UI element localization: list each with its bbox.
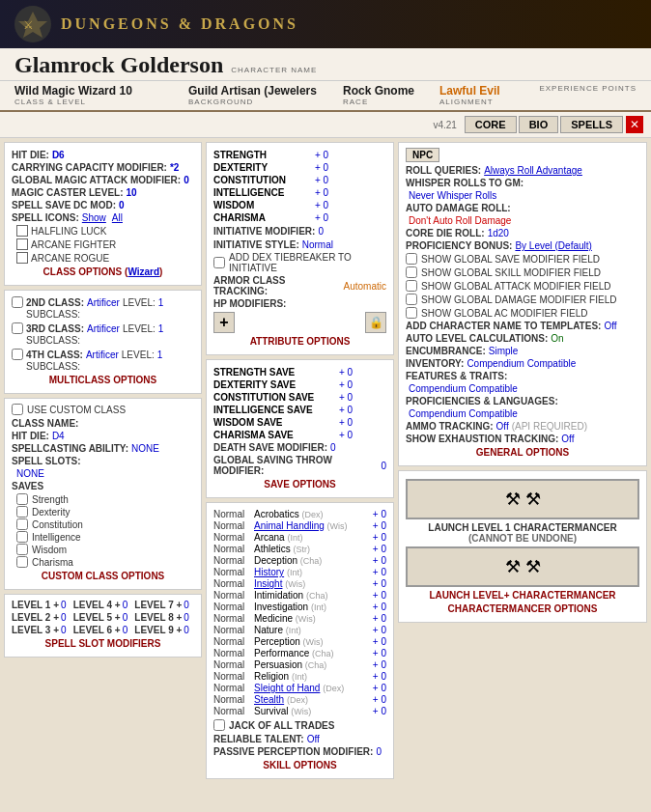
auto-damage-roll-label: AUTO DAMAGE ROLL: (406, 203, 639, 213)
skill-name-11: Perception (Wis) (254, 636, 373, 647)
skills-panel: NormalAcrobatics (Dex)+ 0NormalAnimal Ha… (206, 502, 394, 779)
level7-slot: LEVEL 7 + 0 (134, 600, 194, 610)
second-class-value: Artificer (87, 297, 120, 308)
auto-level-value: On (551, 333, 563, 344)
ammo-tracking-row: AMMO TRACKING: Off (API REQUIRED) (406, 421, 639, 432)
custom-hit-die-label: HIT DIE: (12, 431, 49, 441)
fourth-class-value: Artificer (86, 350, 119, 360)
skill-name-16: Stealth (Dex) (254, 694, 373, 705)
level3-slot: LEVEL 3 + 0 (12, 625, 71, 635)
level9-value: 0 (184, 625, 189, 635)
race-label: RACE (343, 98, 430, 106)
launch-levelplus-button[interactable]: ⚒ ⚒ (406, 546, 639, 587)
proficiency-bonus-value[interactable]: By Level (Default) (515, 240, 591, 251)
xp-label: EXPERIENCE POINTS (539, 84, 637, 93)
second-class-subclass: SUBCLASS: (26, 309, 194, 320)
arcane-fighter-checkbox[interactable] (16, 238, 28, 250)
custom-class-panel: USE CUSTOM CLASS CLASS NAME: HIT DIE: D4… (4, 398, 202, 590)
lock-button[interactable]: 🔒 (365, 312, 386, 333)
str-save-row: STRENGTH SAVE + 0 (213, 367, 386, 378)
roll-queries-value[interactable]: Always Roll Advantage (484, 165, 582, 176)
second-class-checkbox[interactable] (12, 296, 23, 308)
skill-proficiency-3: Normal (213, 544, 254, 554)
add-hp-button[interactable]: + (213, 312, 235, 333)
core-die-roll-label: CORE DIE ROLL: (406, 228, 485, 238)
skill-proficiency-5: Normal (213, 567, 254, 577)
save-charisma-label: Charisma (32, 557, 73, 568)
spell-icons-all[interactable]: All (112, 212, 123, 223)
skill-proficiency-6: Normal (213, 578, 254, 589)
death-save-value: 0 (330, 442, 336, 453)
auto-damage-roll-value: Don't Auto Roll Damage (409, 215, 639, 226)
tab-core[interactable]: CORE (465, 116, 517, 133)
skill-proficiency-13: Normal (213, 659, 254, 670)
strength-row: STRENGTH + 0 (213, 150, 386, 160)
right-checkbox-row-0: SHOW GLOBAL SAVE MODIFIER FIELD (406, 253, 639, 265)
add-char-name-label: ADD CHARACTER NAME TO TEMPLATES: (406, 321, 601, 331)
dex-save-label: DEXTERITY SAVE (213, 379, 339, 390)
third-class-checkbox[interactable] (12, 322, 23, 334)
dexterity-value: + 0 (315, 162, 328, 173)
level5-slot: LEVEL 5 + 0 (73, 612, 133, 623)
launch-level1-button[interactable]: ⚒ ⚒ (406, 479, 639, 519)
race-value: Rock Gnome (343, 84, 430, 98)
save-constitution-checkbox[interactable] (16, 518, 28, 530)
tab-bio[interactable]: BIO (519, 116, 559, 133)
initiative-modifier-value: 0 (318, 226, 324, 237)
third-class-subclass: SUBCLASS: (26, 335, 194, 346)
save-wisdom-label: Wisdom (32, 545, 67, 555)
skill-mod-5: + 0 (373, 567, 386, 577)
save-intelligence-checkbox[interactable] (16, 531, 28, 543)
global-saving-throw-value: 0 (381, 461, 386, 471)
tab-spells[interactable]: SPELLS (560, 116, 623, 133)
arcane-rogue-checkbox[interactable] (16, 252, 28, 264)
spell-slots-label: SPELL SLOTS: (12, 456, 194, 466)
save-wisdom-checkbox[interactable] (16, 544, 28, 555)
save-strength-checkbox[interactable] (16, 493, 28, 505)
skill-name-6: Insight (Wis) (254, 578, 373, 589)
right-checkbox-row-3: SHOW GLOBAL DAMAGE MODIFIER FIELD (406, 294, 639, 305)
constitution-label: CONSTITUTION (213, 175, 315, 185)
skill-proficiency-14: Normal (213, 671, 254, 682)
second-class-label: 2ND CLASS: (26, 297, 84, 308)
second-class-level-label: LEVEL: (123, 297, 156, 308)
skill-mod-3: + 0 (373, 544, 386, 554)
right-checkbox-0[interactable] (406, 253, 417, 265)
encumbrance-value: Simple (489, 346, 519, 356)
hammer-icon-4: ⚒ (525, 556, 541, 577)
custom-hit-die-row: HIT DIE: D4 (12, 431, 194, 441)
tab-close-button[interactable]: ✕ (626, 116, 643, 133)
save-charisma-checkbox[interactable] (16, 556, 28, 568)
skill-options-title: SKILL OPTIONS (213, 760, 386, 770)
global-saving-throw-row: GLOBAL SAVING THROW MODIFIER: 0 (213, 455, 386, 476)
skill-mod-9: + 0 (373, 613, 386, 624)
third-class-value: Artificer (87, 323, 120, 334)
use-custom-class-checkbox[interactable] (12, 404, 23, 415)
class-options-value[interactable]: Wizard (127, 266, 159, 277)
skill-row-16: NormalStealth (Dex)+ 0 (213, 694, 386, 705)
wisdom-label: WISDOM (213, 200, 315, 210)
halfling-luck-row: HALFLING LUCK (16, 225, 194, 237)
save-dexterity-checkbox[interactable] (16, 506, 28, 518)
str-save-value: + 0 (339, 367, 353, 378)
constitution-row: CONSTITUTION + 0 (213, 175, 386, 185)
general-options-panel: NPC ROLL QUERIES: Always Roll Advantage … (398, 142, 647, 466)
fourth-class-level-value: 1 (157, 350, 163, 360)
right-checkbox-3[interactable] (406, 294, 417, 305)
right-checkbox-1[interactable] (406, 266, 417, 278)
spell-icons-show[interactable]: Show (82, 212, 106, 223)
add-dex-tiebreaker-checkbox[interactable] (213, 257, 225, 268)
right-checkbox-2[interactable] (406, 280, 417, 292)
halfling-luck-checkbox[interactable] (16, 225, 28, 237)
right-checkbox-label-2: SHOW GLOBAL ATTACK MODIFIER FIELD (421, 281, 611, 292)
skill-name-8: Investigation (Int) (254, 602, 373, 612)
right-checkbox-4[interactable] (406, 307, 417, 319)
level5-value: 0 (123, 612, 128, 623)
core-die-roll-value: 1d20 (488, 228, 509, 238)
fourth-class-checkbox[interactable] (12, 349, 23, 360)
skill-proficiency-11: Normal (213, 636, 254, 647)
jack-of-all-trades-checkbox[interactable] (213, 719, 225, 731)
save-intelligence-label: Intelligence (32, 532, 81, 543)
save-charisma-row: Charisma (16, 556, 194, 568)
skill-row-5: NormalHistory (Int)+ 0 (213, 567, 386, 577)
